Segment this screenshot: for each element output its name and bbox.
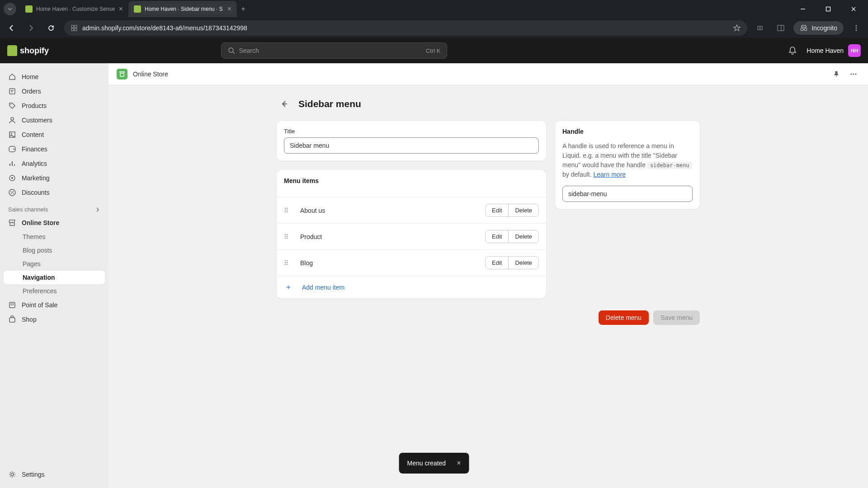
sidebar-item-blog-posts[interactable]: Blog posts <box>0 244 108 257</box>
delete-menu-item-button[interactable]: Delete <box>508 230 538 243</box>
handle-input[interactable] <box>562 186 693 202</box>
tab-search-dropdown[interactable] <box>4 3 16 15</box>
save-menu-button[interactable]: Save menu <box>653 310 700 325</box>
drag-handle-icon[interactable]: ⠿ <box>284 233 293 240</box>
drag-handle-icon[interactable]: ⠿ <box>284 259 293 267</box>
add-menu-item-button[interactable]: + Add menu item <box>277 276 546 299</box>
shopify-logo[interactable]: shopify <box>7 45 49 56</box>
pos-icon <box>8 301 16 309</box>
search-shortcut: Ctrl K <box>426 47 441 54</box>
sidebar-item-analytics[interactable]: Analytics <box>0 156 108 171</box>
svg-line-15 <box>233 52 235 54</box>
menu-items-card: Menu items ⠿ About us Edit Delete <box>277 170 546 299</box>
store-switcher[interactable]: Home Haven HH <box>807 44 861 57</box>
sidebar-item-finances[interactable]: Finances <box>0 142 108 156</box>
reload-button[interactable] <box>44 21 58 35</box>
menu-item-label: Product <box>300 233 485 240</box>
delete-menu-item-button[interactable]: Delete <box>508 257 538 269</box>
close-window-button[interactable] <box>845 2 862 16</box>
orders-icon <box>8 87 16 95</box>
edit-menu-item-button[interactable]: Edit <box>486 230 508 243</box>
sidebar-item-shop[interactable]: Shop <box>0 312 108 327</box>
site-settings-icon[interactable] <box>71 24 78 32</box>
pin-button[interactable] <box>830 68 843 80</box>
sidebar-item-navigation[interactable]: Navigation <box>4 271 105 284</box>
browser-menu-icon[interactable] <box>849 21 863 35</box>
svg-point-14 <box>229 48 233 52</box>
edit-menu-item-button[interactable]: Edit <box>486 204 508 216</box>
svg-point-34 <box>855 74 857 75</box>
shopify-bag-icon <box>7 45 17 56</box>
close-icon[interactable]: × <box>119 5 123 13</box>
url-input[interactable]: admin.shopify.com/store/de8143-a6/menus/… <box>64 20 747 36</box>
minimize-button[interactable] <box>795 2 811 16</box>
shop-icon <box>8 315 16 324</box>
sidebar-item-pages[interactable]: Pages <box>0 257 108 271</box>
sidebar-item-products[interactable]: Products <box>0 99 108 113</box>
sidebar-item-home[interactable]: Home <box>0 70 108 84</box>
menu-item-label: Blog <box>300 259 485 267</box>
new-tab-button[interactable]: + <box>237 3 250 15</box>
sales-channels-heading[interactable]: Sales channels <box>0 200 108 216</box>
sidebar-item-online-store[interactable]: Online Store <box>0 216 108 230</box>
browser-tab-active[interactable]: Home Haven · Sidebar menu · S × <box>128 1 237 17</box>
handle-description: A handle is used to reference a menu in … <box>562 141 693 179</box>
toast-close-button[interactable]: × <box>457 459 461 467</box>
menu-item-row: ⠿ About us Edit Delete <box>277 197 546 223</box>
title-card: Title <box>277 121 546 161</box>
maximize-button[interactable] <box>820 2 836 16</box>
logo-text: shopify <box>20 46 49 56</box>
plus-icon: + <box>284 283 293 291</box>
address-bar: admin.shopify.com/store/de8143-a6/menus/… <box>0 18 868 38</box>
sidebar-item-marketing[interactable]: Marketing <box>0 171 108 185</box>
menu-item-row: ⠿ Product Edit Delete <box>277 223 546 249</box>
app-root: shopify Search Ctrl K Home Haven HH Home… <box>0 38 868 488</box>
customers-icon <box>8 116 16 124</box>
bookmark-icon[interactable] <box>733 24 741 32</box>
menu-title-input[interactable] <box>284 137 539 154</box>
products-icon <box>8 102 16 110</box>
media-control-icon[interactable] <box>754 21 768 35</box>
svg-point-9 <box>801 28 803 31</box>
sidebar-item-orders[interactable]: Orders <box>0 84 108 99</box>
svg-rect-7 <box>778 25 784 31</box>
svg-rect-16 <box>9 89 15 94</box>
svg-rect-29 <box>11 304 14 305</box>
delete-menu-item-button[interactable]: Delete <box>508 204 538 216</box>
sidebar-item-discounts[interactable]: Discounts <box>0 185 108 200</box>
edit-menu-item-button[interactable]: Edit <box>486 257 508 269</box>
context-bar: Online Store <box>108 63 868 85</box>
sidebar-item-content[interactable]: Content <box>0 127 108 142</box>
svg-point-13 <box>856 30 857 31</box>
incognito-label: Incognito <box>811 24 837 32</box>
back-arrow-button[interactable] <box>277 96 292 112</box>
browser-tab-inactive[interactable]: Home Haven · Customize Sense × <box>20 1 128 17</box>
page-title: Sidebar menu <box>298 99 361 109</box>
drag-handle-icon[interactable]: ⠿ <box>284 207 293 214</box>
delete-menu-button[interactable]: Delete menu <box>599 310 649 325</box>
title-field-label: Title <box>284 128 539 135</box>
handle-card: Handle A handle is used to reference a m… <box>555 121 700 209</box>
notifications-button[interactable] <box>785 43 800 58</box>
sidebar-item-settings[interactable]: Settings <box>0 467 108 482</box>
sidebar-item-customers[interactable]: Customers <box>0 113 108 127</box>
close-icon[interactable]: × <box>227 5 231 13</box>
side-panel-icon[interactable] <box>774 21 788 35</box>
global-search[interactable]: Search Ctrl K <box>221 42 447 59</box>
sidebar-item-themes[interactable]: Themes <box>0 230 108 244</box>
svg-point-11 <box>856 25 857 27</box>
toast-message: Menu created <box>407 460 446 467</box>
back-button[interactable] <box>5 21 18 35</box>
store-icon <box>8 219 16 227</box>
sidebar-item-pos[interactable]: Point of Sale <box>0 298 108 312</box>
svg-point-17 <box>10 104 11 105</box>
learn-more-link[interactable]: Learn more <box>594 171 626 178</box>
bell-icon <box>788 46 797 55</box>
more-actions-button[interactable] <box>847 68 860 80</box>
svg-point-12 <box>856 28 857 29</box>
sidebar-item-preferences[interactable]: Preferences <box>0 284 108 298</box>
incognito-badge[interactable]: Incognito <box>793 21 844 35</box>
menu-item-row: ⠿ Blog Edit Delete <box>277 249 546 276</box>
forward-button[interactable] <box>24 21 38 35</box>
svg-point-27 <box>13 193 14 194</box>
